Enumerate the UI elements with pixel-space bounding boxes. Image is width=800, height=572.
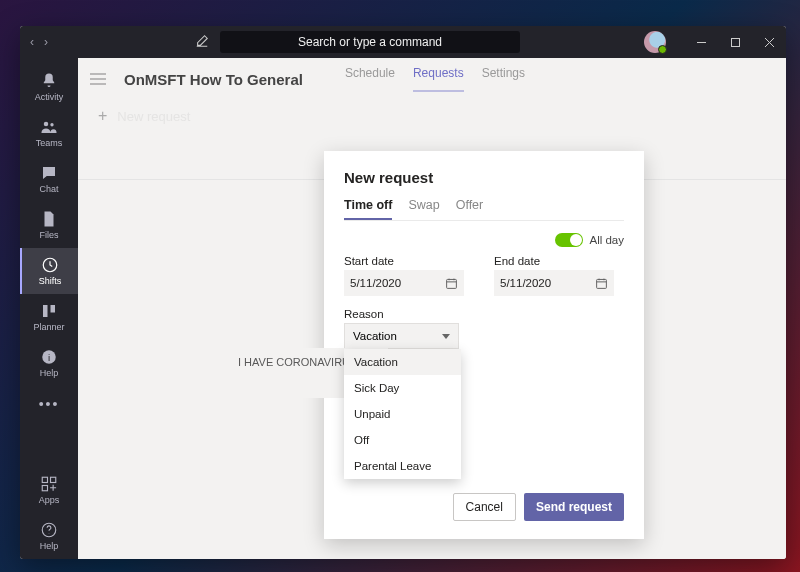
start-date-label: Start date [344, 255, 464, 267]
rail-label: Files [39, 230, 58, 240]
plus-icon: + [98, 108, 107, 124]
teams-icon [40, 118, 58, 136]
tab-requests[interactable]: Requests [413, 66, 464, 92]
shifts-icon [41, 256, 59, 274]
minimize-button[interactable] [684, 26, 718, 58]
start-date-value: 5/11/2020 [350, 277, 401, 289]
rail-teams[interactable]: Teams [20, 110, 78, 156]
hamburger-icon[interactable] [90, 73, 106, 85]
presence-badge [658, 45, 667, 54]
rail-activity[interactable]: Activity [20, 64, 78, 110]
modal-tab-timeoff[interactable]: Time off [344, 198, 392, 220]
rail-files[interactable]: Files [20, 202, 78, 248]
maximize-button[interactable] [718, 26, 752, 58]
close-button[interactable] [752, 26, 786, 58]
rail-shifts[interactable]: Shifts [20, 248, 78, 294]
reason-select[interactable]: Vacation Vacation Sick Day Unpaid Off Pa… [344, 323, 459, 349]
rail-more-button[interactable]: ••• [20, 386, 78, 422]
svg-rect-11 [42, 477, 47, 482]
modal-tab-swap[interactable]: Swap [408, 198, 439, 220]
avatar[interactable] [644, 31, 666, 53]
title-bar: ‹ › Search or type a command [20, 26, 786, 58]
reason-option[interactable]: Unpaid [344, 401, 461, 427]
modal-tab-offer[interactable]: Offer [456, 198, 484, 220]
svg-rect-15 [447, 279, 457, 288]
tab-settings[interactable]: Settings [482, 66, 525, 92]
allday-label: All day [589, 234, 624, 246]
reason-dropdown: Vacation Sick Day Unpaid Off Parental Le… [344, 349, 461, 479]
rail-apps[interactable]: Apps [20, 467, 78, 513]
calendar-icon [595, 277, 608, 290]
svg-rect-12 [51, 477, 56, 482]
rail-label: Help [40, 541, 59, 551]
svg-rect-19 [597, 279, 607, 288]
new-request-button[interactable]: New request [117, 109, 190, 124]
sub-toolbar: + New request [78, 100, 786, 132]
note-text-value: I HAVE CORONAVIRUS [238, 356, 357, 368]
end-date-label: End date [494, 255, 614, 267]
reason-option[interactable]: Parental Leave [344, 453, 461, 479]
svg-rect-8 [51, 305, 56, 313]
end-date-value: 5/11/2020 [500, 277, 551, 289]
reason-label: Reason [344, 308, 624, 320]
chevron-down-icon [442, 334, 450, 339]
end-date-input[interactable]: 5/11/2020 [494, 270, 614, 296]
planner-icon [40, 302, 58, 320]
rail-label: Activity [35, 92, 64, 102]
chat-icon [40, 164, 58, 182]
send-request-button[interactable]: Send request [524, 493, 624, 521]
reason-option[interactable]: Vacation [344, 349, 461, 375]
modal-tabs: Time off Swap Offer [344, 198, 624, 221]
svg-rect-13 [42, 486, 47, 491]
main-tabs: Schedule Requests Settings [345, 66, 525, 92]
app-rail: Activity Teams Chat Files Shifts [20, 58, 78, 559]
reason-option[interactable]: Off [344, 427, 461, 453]
svg-text:i: i [48, 352, 50, 363]
apps-icon [40, 475, 58, 493]
cancel-button[interactable]: Cancel [453, 493, 516, 521]
start-date-input[interactable]: 5/11/2020 [344, 270, 464, 296]
svg-rect-1 [731, 38, 739, 46]
svg-rect-7 [43, 305, 48, 317]
compose-icon[interactable] [188, 34, 216, 51]
forward-button[interactable]: › [44, 35, 48, 49]
rail-help[interactable]: i Help [20, 340, 78, 386]
rail-label: Chat [39, 184, 58, 194]
svg-point-4 [44, 122, 49, 127]
rail-label: Shifts [39, 276, 62, 286]
rail-chat[interactable]: Chat [20, 156, 78, 202]
allday-toggle[interactable] [555, 233, 583, 247]
help-icon [40, 521, 58, 539]
reason-selected-value: Vacation [353, 330, 397, 342]
back-button[interactable]: ‹ [30, 35, 34, 49]
rail-label: Planner [33, 322, 64, 332]
rail-label: Apps [39, 495, 60, 505]
svg-point-5 [50, 123, 53, 126]
app-window: ‹ › Search or type a command [20, 26, 786, 559]
bell-icon [40, 72, 58, 90]
files-icon [40, 210, 58, 228]
main-header: OnMSFT How To General Schedule Requests … [78, 58, 786, 100]
main-content: OnMSFT How To General Schedule Requests … [78, 58, 786, 559]
help-icon: i [40, 348, 58, 366]
calendar-icon [445, 277, 458, 290]
new-request-modal: New request Time off Swap Offer All day … [324, 151, 644, 539]
rail-label: Teams [36, 138, 63, 148]
rail-planner[interactable]: Planner [20, 294, 78, 340]
tab-schedule[interactable]: Schedule [345, 66, 395, 92]
modal-title: New request [344, 169, 624, 186]
team-title: OnMSFT How To General [124, 71, 303, 88]
rail-label: Help [40, 368, 59, 378]
reason-option[interactable]: Sick Day [344, 375, 461, 401]
search-placeholder: Search or type a command [298, 35, 442, 49]
search-input[interactable]: Search or type a command [220, 31, 520, 53]
rail-help-bottom[interactable]: Help [20, 513, 78, 559]
